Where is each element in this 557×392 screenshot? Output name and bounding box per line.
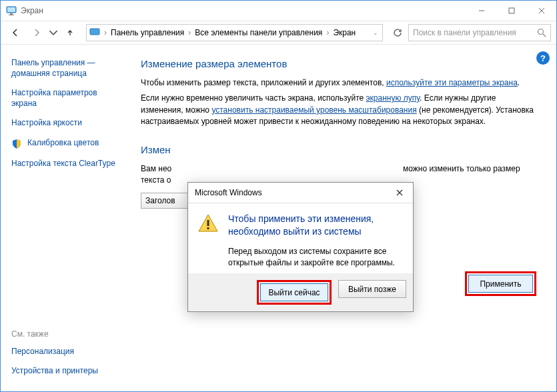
minimize-button[interactable] [466,1,496,21]
crumb-display[interactable]: Экран [333,28,356,37]
content-body: Панель управления — домашняя страница На… [1,45,556,392]
link-magnifier[interactable]: экранную лупу [366,93,420,103]
highlight-apply: Применить [465,271,536,296]
logout-now-button[interactable]: Выйти сейчас [260,283,328,301]
paragraph-1: Чтобы изменить размер текста, приложений… [141,77,536,89]
sidebar-color-calibration[interactable]: Калибровка цветов [11,138,123,149]
up-button[interactable] [61,23,79,42]
sidebar-brightness[interactable]: Настройка яркости [11,118,123,129]
dialog-heading: Чтобы применить эти изменения, необходим… [228,213,404,238]
apply-button[interactable]: Применить [468,275,533,293]
sidebar-cleartype[interactable]: Настройка текста ClearType [11,159,123,169]
dialog-close-button[interactable] [393,186,406,199]
warning-icon [197,213,219,234]
chevron-icon: › [103,28,108,37]
heading-resize-elements: Изменение размера элементов [141,58,536,69]
breadcrumb[interactable]: › Панель управления › Все элементы панел… [86,24,383,41]
link-display-settings[interactable]: используйте эти параметры экрана [386,78,518,87]
display-small-icon [89,27,100,38]
dialog-title: Microsoft Windows [195,188,393,197]
chevron-icon: › [187,28,192,37]
shield-icon [11,139,22,149]
svg-point-9 [538,29,544,35]
highlight-logout-now: Выйти сейчас [257,280,332,305]
back-button[interactable] [6,23,25,42]
titlebar: Экран [1,1,556,21]
window-controls [466,1,556,21]
close-button[interactable] [526,1,556,21]
dialog-text: Перед выходом из системы сохраните все о… [228,246,404,269]
svg-rect-2 [10,13,13,15]
navbar: › Панель управления › Все элементы панел… [1,21,556,45]
svg-rect-13 [207,220,209,226]
logout-dialog: Microsoft Windows Чтобы применить эти из… [187,182,414,312]
svg-rect-14 [207,227,209,229]
dialog-button-row: Выйти сейчас Выйти позже [188,273,413,311]
maximize-button[interactable] [496,1,526,21]
sidebar-home-link[interactable]: Панель управления — домашняя страница [11,58,123,79]
apply-wrap: Применить [465,271,536,296]
search-icon [537,28,546,37]
heading-change-truncated: Измен [141,144,536,155]
search-input[interactable]: Поиск в панели управления [408,24,551,41]
control-panel-window: Экран › Панель управления › Все элементы… [0,0,557,392]
svg-line-10 [543,34,546,37]
sidebar: Панель управления — домашняя страница На… [1,45,134,392]
sidebar-devices[interactable]: Устройства и принтеры [11,366,123,377]
breadcrumb-dropdown-icon[interactable]: ⌄ [372,29,380,36]
dialog-body: Чтобы применить эти изменения, необходим… [188,203,413,273]
crumb-control-panel[interactable]: Панель управления [111,28,184,37]
svg-rect-8 [90,29,99,35]
window-title: Экран [21,6,43,15]
display-icon [6,5,17,16]
svg-rect-1 [7,7,15,12]
svg-rect-5 [509,8,514,13]
paragraph-2: Если нужно временно увеличить часть экра… [141,93,536,127]
chevron-icon: › [325,28,330,37]
help-icon[interactable]: ? [536,51,550,65]
sidebar-personalization[interactable]: Персонализация [11,347,123,357]
search-placeholder: Поиск в панели управления [413,28,533,37]
logout-later-button[interactable]: Выйти позже [338,280,406,298]
link-custom-scaling[interactable]: установить настраиваемый уровень масштаб… [211,105,416,115]
dialog-titlebar: Microsoft Windows [188,183,413,203]
sidebar-display-params[interactable]: Настройка параметров экрана [11,88,123,109]
forward-button[interactable] [27,23,46,42]
svg-rect-3 [9,15,14,15]
crumb-all-items[interactable]: Все элементы панели управления [195,28,322,37]
refresh-button[interactable] [390,25,406,41]
recent-dropdown[interactable] [49,23,58,42]
see-also-heading: См. также [11,329,123,339]
